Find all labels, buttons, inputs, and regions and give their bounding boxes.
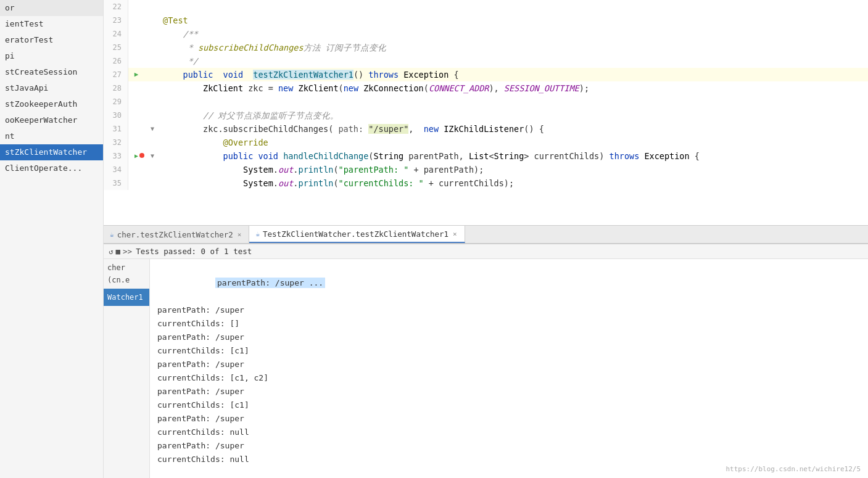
- code-content: public void handleChildChange(String par…: [160, 149, 700, 163]
- sidebar-item-label: eratorTest: [5, 35, 53, 44]
- sidebar-item-label: pi: [5, 51, 15, 60]
- sidebar-item-label: stCreateSession: [5, 67, 77, 76]
- code-line-30: 30 // 对父节点添加监听子节点变化。: [104, 109, 868, 122]
- tab-label-active: TestZkClientWatcher.testZkClientWatcher1: [263, 229, 448, 239]
- tab-close-watcher1[interactable]: ×: [452, 229, 458, 239]
- sidebar-item-label: stJavaApi: [5, 83, 48, 93]
- code-content: * subscribeChildChanges方法 订阅子节点变化: [160, 41, 386, 54]
- line-number: 25: [104, 41, 128, 54]
- stop-icon[interactable]: ■: [116, 247, 121, 256]
- tab-bar: ☕ cher.testZkClientWatcher2 × ☕ TestZkCl…: [104, 225, 868, 244]
- output-status: Tests passed: 0 of 1 test: [136, 247, 252, 256]
- code-line-22: 22: [104, 0, 868, 14]
- output-left-item-cn[interactable]: cher (cn.e: [104, 259, 149, 289]
- line-number: 32: [104, 136, 128, 149]
- output-line-12: currentChilds: null: [157, 453, 861, 466]
- sidebar: or ientTest eratorTest pi stCreateSessio…: [0, 0, 104, 478]
- output-header: ↺ ■ >> Tests passed: 0 of 1 test: [104, 244, 868, 259]
- code-content: ZkClient zkc = new ZkClient(new ZkConnec…: [160, 81, 589, 95]
- output-line-4: currentChilds: [c1]: [157, 344, 861, 358]
- code-content: public void testZkClientWatcher1() throw…: [160, 68, 459, 81]
- tab-watcher2[interactable]: ☕ cher.testZkClientWatcher2 ×: [104, 226, 249, 243]
- code-line-23: 23 @Test: [104, 14, 868, 27]
- sidebar-item-zookeeperauth[interactable]: stZookeeperAuth: [0, 96, 103, 112]
- java-icon: ☕: [110, 231, 114, 239]
- output-line-1: parentPath: /super: [157, 303, 861, 317]
- sidebar-item-label: stZookeeperAuth: [5, 99, 77, 109]
- fold-icon-33[interactable]: ▼: [144, 149, 160, 163]
- code-line-26: 26 */: [104, 54, 868, 68]
- sidebar-item-label: ooKeeperWatcher: [5, 115, 77, 125]
- line-number: 34: [104, 163, 128, 176]
- run-icon[interactable]: ▶: [134, 68, 139, 81]
- line-number: 29: [104, 95, 128, 109]
- output-content: parentPath: /super ... parentPath: /supe…: [150, 259, 868, 478]
- code-content: @Test: [160, 14, 188, 27]
- sidebar-item-zkclientwatcher[interactable]: stZkClientWatcher: [0, 144, 103, 160]
- code-editor: 22 23 @Test 24 /** 25: [104, 0, 868, 478]
- output-line-9: parentPath: /super: [157, 412, 861, 426]
- line-number: 26: [104, 54, 128, 68]
- sidebar-item-ienttest[interactable]: ientTest: [0, 16, 103, 32]
- watermark: https://blog.csdn.net/wichire12/5: [725, 465, 861, 473]
- sidebar-item-label: nt: [5, 131, 15, 141]
- code-content: System.out.println("currentChilds: " + c…: [160, 176, 514, 190]
- line-number: 24: [104, 27, 128, 41]
- sidebar-item-label: stZkClientWatcher: [5, 147, 87, 157]
- sidebar-item-label: ientTest: [5, 19, 44, 28]
- sidebar-item-or[interactable]: or: [0, 0, 103, 16]
- output-line-5: parentPath: /super: [157, 358, 861, 371]
- output-left-item-watcher1[interactable]: Watcher1: [104, 289, 149, 306]
- output-line-2: currentChilds: []: [157, 317, 861, 331]
- code-content: */: [160, 54, 198, 68]
- code-line-33: 33 ▶ ▼ public void handleChildChange(Str…: [104, 149, 868, 163]
- code-content: zkc.subscribeChildChanges( path: "/super…: [160, 122, 544, 136]
- run-icon-33[interactable]: ▶: [134, 149, 138, 163]
- line-number: 22: [104, 0, 128, 14]
- code-content: // 对父节点添加监听子节点变化。: [160, 109, 339, 122]
- output-left-label-active: Watcher1: [107, 293, 143, 302]
- code-content: @Override: [160, 136, 268, 149]
- fold-icon[interactable]: ▼: [144, 122, 160, 136]
- output-line-8: currentChilds: [c1]: [157, 398, 861, 412]
- sidebar-item-eratortest[interactable]: eratorTest: [0, 32, 103, 48]
- line-number: 27: [104, 68, 128, 81]
- tab-close-watcher2[interactable]: ×: [236, 230, 243, 239]
- output-line-10: currentChilds: null: [157, 426, 861, 439]
- editor-area: or ientTest eratorTest pi stCreateSessio…: [0, 0, 868, 478]
- tab-label: cher.testZkClientWatcher2: [117, 230, 233, 239]
- code-line-32: 32 @Override: [104, 136, 868, 149]
- sidebar-item-keeperwatcher[interactable]: ooKeeperWatcher: [0, 112, 103, 128]
- code-line-27: 27 ▶ public void testZkClientWatcher1() …: [104, 68, 868, 81]
- code-content: System.out.println("parentPath: " + pare…: [160, 163, 484, 176]
- sidebar-item-pi[interactable]: pi: [0, 48, 103, 64]
- sidebar-item-createsession[interactable]: stCreateSession: [0, 64, 103, 80]
- sidebar-item-javaapi[interactable]: stJavaApi: [0, 80, 103, 96]
- code-lines: 22 23 @Test 24 /** 25: [104, 0, 868, 225]
- output-panel: ↺ ■ >> Tests passed: 0 of 1 test cher (c…: [104, 244, 868, 478]
- output-line-11: parentPath: /super: [157, 439, 861, 453]
- code-line-35: 35 System.out.println("currentChilds: " …: [104, 176, 868, 190]
- output-link[interactable]: parentPath: /super ...: [215, 278, 325, 288]
- sidebar-item-nt[interactable]: nt: [0, 128, 103, 144]
- run-gutter-33[interactable]: ▶: [128, 149, 144, 163]
- output-content-area: cher (cn.e Watcher1 parentPath: /super .…: [104, 259, 868, 478]
- output-left-sidebar: cher (cn.e Watcher1: [104, 259, 150, 478]
- breakpoint-33[interactable]: [139, 153, 144, 158]
- output-link-line: parentPath: /super ...: [157, 263, 861, 303]
- output-controls: ↺ ■ >>: [109, 247, 132, 256]
- run-gutter[interactable]: ▶: [128, 68, 144, 81]
- sidebar-item-label: ClientOperate...: [5, 163, 82, 173]
- line-number: 31: [104, 122, 128, 136]
- code-line-24: 24 /**: [104, 27, 868, 41]
- java-icon-active: ☕: [255, 230, 260, 238]
- sidebar-item-label: or: [5, 3, 15, 12]
- chevron-down-icon[interactable]: >>: [123, 247, 132, 256]
- sidebar-item-clientoperate[interactable]: ClientOperate...: [0, 160, 103, 176]
- rerun-icon[interactable]: ↺: [109, 247, 114, 256]
- code-line-28: 28 ZkClient zkc = new ZkClient(new ZkCon…: [104, 81, 868, 95]
- line-number: 35: [104, 176, 128, 190]
- line-number: 23: [104, 14, 128, 27]
- output-line-6: currentChilds: [c1, c2]: [157, 371, 861, 385]
- tab-watcher1[interactable]: ☕ TestZkClientWatcher.testZkClientWatche…: [249, 226, 465, 243]
